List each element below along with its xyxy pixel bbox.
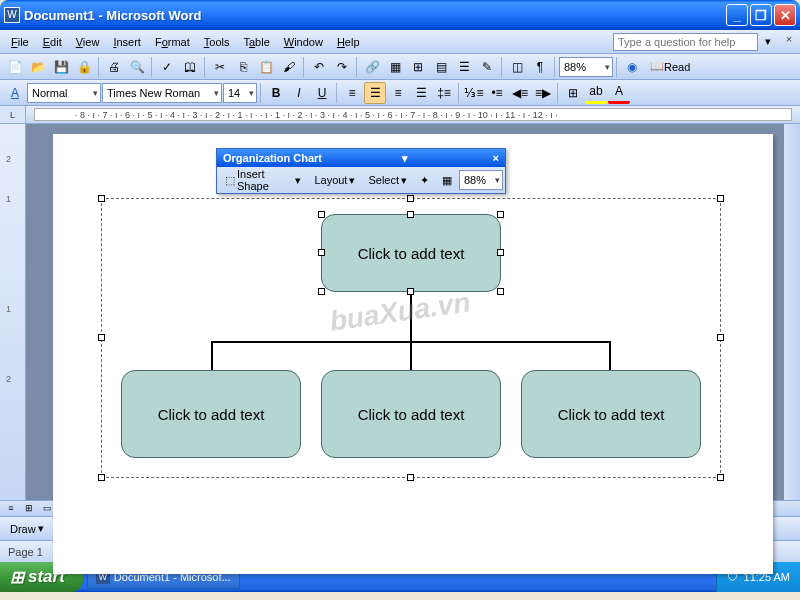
- maximize-button[interactable]: ❐: [750, 4, 772, 26]
- bold-icon[interactable]: B: [265, 82, 287, 104]
- undo-icon[interactable]: ↶: [308, 56, 330, 78]
- text-wrap-icon[interactable]: ▦: [436, 171, 458, 190]
- highlight-icon[interactable]: ab: [585, 82, 607, 104]
- menu-table[interactable]: Table: [236, 34, 276, 50]
- menubar-close-icon[interactable]: ×: [782, 33, 796, 51]
- decrease-indent-icon[interactable]: ◀≡: [509, 82, 531, 104]
- font-size-select[interactable]: 14: [223, 83, 257, 103]
- help-dropdown[interactable]: ▾: [758, 33, 778, 50]
- paste-icon[interactable]: 📋: [255, 56, 277, 78]
- orgchart-box-child2[interactable]: Click to add text: [321, 370, 501, 458]
- spellcheck-icon[interactable]: ✓: [156, 56, 178, 78]
- help-search-input[interactable]: [613, 33, 758, 51]
- justify-icon[interactable]: ☰: [410, 82, 432, 104]
- underline-icon[interactable]: U: [311, 82, 333, 104]
- menu-format[interactable]: Format: [148, 34, 197, 50]
- tab-selector[interactable]: L: [0, 106, 26, 123]
- formatting-toolbar: A Normal Times New Roman 14 B I U ≡ ☰ ≡ …: [0, 80, 800, 106]
- layout-button[interactable]: Layout ▾: [308, 171, 361, 190]
- columns-icon[interactable]: ☰: [453, 56, 475, 78]
- align-center-icon[interactable]: ☰: [364, 82, 386, 104]
- styles-pane-icon[interactable]: A: [4, 82, 26, 104]
- print-icon[interactable]: 🖨: [103, 56, 125, 78]
- orgchart-connector: [609, 341, 611, 371]
- orgchart-connector: [211, 341, 213, 371]
- document-page[interactable]: Click to add text Click to add text Clic…: [53, 134, 773, 574]
- tables-borders-icon[interactable]: ▦: [384, 56, 406, 78]
- help-icon[interactable]: ◉: [621, 56, 643, 78]
- redo-icon[interactable]: ↷: [331, 56, 353, 78]
- drawing-icon[interactable]: ✎: [476, 56, 498, 78]
- print-preview-icon[interactable]: 🔍: [126, 56, 148, 78]
- save-icon[interactable]: 💾: [50, 56, 72, 78]
- orgchart-text[interactable]: Click to add text: [358, 406, 465, 423]
- research-icon[interactable]: 🕮: [179, 56, 201, 78]
- permissions-icon[interactable]: 🔒: [73, 56, 95, 78]
- document-area: 2 1 1 2 Click to add text: [0, 124, 800, 500]
- menu-tools[interactable]: Tools: [197, 34, 237, 50]
- format-painter-icon[interactable]: 🖌: [278, 56, 300, 78]
- orgchart-box-child3[interactable]: Click to add text: [521, 370, 701, 458]
- standard-toolbar: 📄 📂 💾 🔒 🖨 🔍 ✓ 🕮 ✂ ⎘ 📋 🖌 ↶ ↷ 🔗 ▦ ⊞ ▤ ☰ ✎ …: [0, 54, 800, 80]
- cut-icon[interactable]: ✂: [209, 56, 231, 78]
- orgchart-box-top[interactable]: Click to add text: [321, 214, 501, 292]
- line-spacing-icon[interactable]: ‡≡: [433, 82, 455, 104]
- orgchart-zoom-select[interactable]: 88%: [459, 170, 503, 190]
- orgchart-box-child1[interactable]: Click to add text: [121, 370, 301, 458]
- borders-icon[interactable]: ⊞: [562, 82, 584, 104]
- orgchart-connector: [410, 341, 412, 371]
- menu-insert[interactable]: Insert: [106, 34, 148, 50]
- orgchart-text[interactable]: Click to add text: [158, 406, 265, 423]
- orgchart-toolbar[interactable]: Organization Chart ▾ × ⬚ Insert Shape ▾ …: [216, 148, 506, 194]
- app-icon: W: [4, 7, 20, 23]
- align-left-icon[interactable]: ≡: [341, 82, 363, 104]
- window-title: Document1 - Microsoft Word: [24, 8, 726, 23]
- draw-menu[interactable]: Draw ▾: [4, 519, 50, 538]
- font-select[interactable]: Times New Roman: [102, 83, 222, 103]
- toolbar-options-icon[interactable]: ▾: [402, 152, 408, 165]
- menu-view[interactable]: View: [69, 34, 107, 50]
- normal-view-icon[interactable]: ≡: [2, 501, 20, 515]
- open-icon[interactable]: 📂: [27, 56, 49, 78]
- titlebar: W Document1 - Microsoft Word _ ❐ ✕: [0, 0, 800, 30]
- menu-edit[interactable]: Edit: [36, 34, 69, 50]
- doc-map-icon[interactable]: ◫: [506, 56, 528, 78]
- toolbar-close-icon[interactable]: ×: [493, 152, 499, 164]
- excel-icon[interactable]: ▤: [430, 56, 452, 78]
- horizontal-ruler[interactable]: · 8 · ı · 7 · ı · 6 · ı · 5 · ı · 4 · ı …: [34, 108, 792, 121]
- menu-file[interactable]: File: [4, 34, 36, 50]
- orgchart-text[interactable]: Click to add text: [358, 245, 465, 262]
- style-select[interactable]: Normal: [27, 83, 101, 103]
- minimize-button[interactable]: _: [726, 4, 748, 26]
- numbered-list-icon[interactable]: ⅓≡: [463, 82, 485, 104]
- copy-icon[interactable]: ⎘: [232, 56, 254, 78]
- italic-icon[interactable]: I: [288, 82, 310, 104]
- orgchart-connector: [410, 292, 412, 342]
- autoformat-icon[interactable]: ✦: [414, 171, 435, 190]
- align-right-icon[interactable]: ≡: [387, 82, 409, 104]
- zoom-select[interactable]: 88%: [559, 57, 613, 77]
- hyperlink-icon[interactable]: 🔗: [361, 56, 383, 78]
- close-button[interactable]: ✕: [774, 4, 796, 26]
- bullet-list-icon[interactable]: •≡: [486, 82, 508, 104]
- menubar: File Edit View Insert Format Tools Table…: [0, 30, 800, 54]
- vertical-scrollbar[interactable]: [784, 124, 800, 500]
- insert-shape-button[interactable]: ⬚ Insert Shape ▾: [219, 165, 307, 195]
- menu-window[interactable]: Window: [277, 34, 330, 50]
- increase-indent-icon[interactable]: ≡▶: [532, 82, 554, 104]
- insert-table-icon[interactable]: ⊞: [407, 56, 429, 78]
- read-button[interactable]: 📖 Read: [644, 56, 696, 78]
- status-page: Page 1: [8, 546, 43, 558]
- select-button[interactable]: Select ▾: [362, 171, 413, 190]
- orgchart-text[interactable]: Click to add text: [558, 406, 665, 423]
- vertical-ruler[interactable]: 2 1 1 2: [0, 124, 26, 500]
- ruler-area: L · 8 · ı · 7 · ı · 6 · ı · 5 · ı · 4 · …: [0, 106, 800, 124]
- font-color-icon[interactable]: A: [608, 82, 630, 104]
- show-pilcrow-icon[interactable]: ¶: [529, 56, 551, 78]
- web-view-icon[interactable]: ⊞: [20, 501, 38, 515]
- new-doc-icon[interactable]: 📄: [4, 56, 26, 78]
- menu-help[interactable]: Help: [330, 34, 367, 50]
